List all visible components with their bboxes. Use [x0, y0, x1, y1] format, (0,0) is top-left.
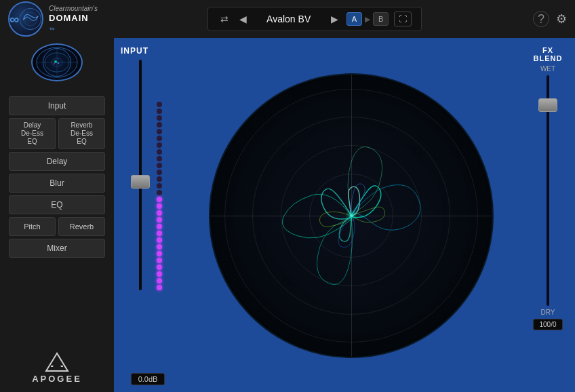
main-panel: INPUT 0.0dB: [114, 38, 575, 392]
led-dot: [157, 237, 162, 243]
svg-point-9: [54, 63, 55, 64]
led-dot: [157, 224, 162, 229]
svg-point-8: [58, 62, 60, 64]
led-dot: [157, 122, 162, 128]
input-controls: [131, 60, 165, 369]
shuffle-button[interactable]: ⇄: [218, 12, 231, 26]
transport-controls: ⇄ ◀ Avalon BV ▶ A ▶ B ⛶: [207, 7, 422, 31]
svg-point-3: [45, 53, 69, 72]
logo-area: Clearmountain's DOMAIN ™: [8, 1, 117, 37]
led-dot: [157, 190, 162, 195]
dry-label: DRY: [541, 309, 555, 316]
center-core: [350, 214, 353, 217]
radar-display: [209, 73, 494, 358]
led-dot: [157, 251, 162, 256]
led-dot: [157, 170, 162, 175]
fullscreen-button[interactable]: ⛶: [394, 12, 412, 26]
led-dot: [157, 142, 162, 148]
top-right-controls: ? ⚙: [513, 11, 567, 27]
input-fader-track: [131, 60, 150, 290]
radar-viz-svg: [210, 75, 492, 357]
led-dot: [157, 197, 162, 202]
fx-blend-label: FX BLEND: [528, 46, 568, 62]
settings-button[interactable]: ⚙: [556, 12, 567, 26]
blur-button[interactable]: Blur: [9, 174, 105, 193]
input-section: INPUT 0.0dB: [121, 46, 175, 385]
top-bar: Clearmountain's DOMAIN ™ ⇄ ◀ Avalon BV ▶…: [0, 0, 575, 38]
led-dot: [157, 217, 162, 222]
visualizer-thumbnail[interactable]: [31, 43, 83, 81]
input-fader-thumb[interactable]: [131, 175, 150, 189]
led-dot: [157, 285, 162, 290]
apogee-logo: APOGEE: [32, 352, 82, 387]
ab-controls: A ▶ B: [346, 12, 389, 26]
led-dot: [157, 102, 162, 107]
led-dot: [157, 244, 162, 250]
help-button[interactable]: ?: [533, 11, 549, 27]
led-dot: [157, 278, 162, 283]
logo-icon: [8, 1, 43, 37]
led-dot: [157, 156, 162, 161]
led-dot: [157, 109, 162, 114]
prev-preset-button[interactable]: ◀: [237, 12, 250, 26]
svg-point-7: [54, 60, 57, 63]
delay-deess-eq-button[interactable]: DelayDe-EssEQ: [9, 118, 56, 149]
a-button[interactable]: A: [346, 12, 362, 26]
delay-button[interactable]: Delay: [9, 152, 105, 171]
apogee-icon: [45, 352, 69, 372]
led-dot: [157, 149, 162, 155]
led-dot: [157, 115, 162, 121]
led-dot: [157, 136, 162, 141]
led-dot: [157, 231, 162, 236]
led-dot: [157, 258, 162, 263]
svg-point-4: [52, 58, 62, 66]
sidebar: Input DelayDe-EssEQ ReverbDe-EssEQ Delay…: [0, 38, 114, 392]
led-meter: [154, 60, 165, 290]
led-dot: [157, 183, 162, 189]
pitch-button[interactable]: Pitch: [9, 217, 56, 236]
fx-blend-fader-thumb[interactable]: [538, 98, 557, 112]
input-value-label: 0.0dB: [131, 373, 165, 385]
pitch-reverb-row: Pitch Reverb: [9, 217, 105, 236]
reverb-button[interactable]: Reverb: [58, 217, 105, 236]
preset-name: Avalon BV: [255, 14, 323, 24]
wet-label: WET: [540, 65, 555, 73]
led-dot: [157, 210, 162, 216]
fx-blend-section: FX BLEND WET DRY 100/0: [528, 46, 568, 385]
main-content: Input DelayDe-EssEQ ReverbDe-EssEQ Delay…: [0, 38, 575, 392]
led-dot: [157, 129, 162, 134]
apogee-label: APOGEE: [32, 374, 82, 384]
b-button[interactable]: B: [373, 12, 389, 26]
led-dot: [157, 203, 162, 209]
logo-text: Clearmountain's DOMAIN ™: [49, 3, 98, 35]
led-dot: [157, 176, 162, 182]
eq-button[interactable]: EQ: [9, 195, 105, 214]
input-button[interactable]: Input: [9, 96, 105, 115]
led-dot: [157, 271, 162, 277]
input-label: INPUT: [121, 46, 148, 56]
visualization-area: [180, 46, 522, 385]
input-fader-rail: [139, 60, 142, 290]
delay-reverb-row: DelayDe-EssEQ ReverbDe-EssEQ: [9, 118, 105, 149]
fx-blend-fader-track: [538, 75, 557, 306]
mixer-button[interactable]: Mixer: [9, 239, 105, 258]
fx-blend-value-label: 100/0: [533, 319, 563, 330]
reverb-deess-eq-button[interactable]: ReverbDe-EssEQ: [58, 118, 105, 149]
led-dot: [157, 163, 162, 168]
next-preset-button[interactable]: ▶: [328, 12, 341, 26]
led-dot: [157, 264, 162, 270]
